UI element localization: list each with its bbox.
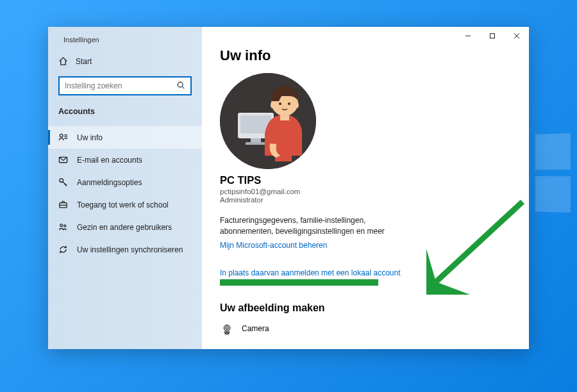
local-account-link[interactable]: In plaats daarvan aanmelden met een loka… — [220, 268, 401, 277]
user-role: Administrator — [220, 196, 511, 204]
sidebar-item-label: Aanmeldingsopties — [77, 178, 142, 187]
page-title: Uw info — [220, 47, 511, 64]
sidebar-item-work-school[interactable]: Toegang tot werk of school — [48, 193, 202, 216]
sidebar-item-label: Gezin en andere gebruikers — [77, 223, 172, 232]
sidebar-group-label: Accounts — [48, 101, 202, 122]
camera-label: Camera — [242, 324, 269, 333]
sidebar-item-label: Uw instellingen synchroniseren — [77, 245, 183, 254]
search-input[interactable] — [65, 81, 176, 90]
home-button[interactable]: Start — [48, 50, 202, 72]
settings-window: Instellingen Start Accounts Uw info E-ma… — [48, 27, 529, 349]
svg-rect-11 — [251, 138, 261, 142]
key-icon — [58, 177, 68, 187]
search-icon — [176, 81, 185, 92]
svg-point-17 — [271, 102, 274, 108]
sidebar-item-email[interactable]: E-mail en accounts — [48, 149, 202, 171]
sidebar-item-your-info[interactable]: Uw info — [48, 126, 202, 149]
svg-point-6 — [64, 225, 66, 227]
svg-point-21 — [224, 325, 230, 331]
user-info-icon — [58, 133, 68, 142]
svg-point-5 — [60, 224, 63, 227]
manage-account-link[interactable]: Mijn Microsoft-account beheren — [220, 241, 327, 250]
highlight-underline — [220, 279, 378, 286]
user-name: PC TIPS — [220, 174, 511, 186]
user-email: pctipsinfo01@gmail.com — [220, 188, 511, 195]
sidebar-item-label: Uw info — [77, 133, 103, 142]
close-button[interactable] — [505, 27, 529, 45]
sidebar-nav: Uw info E-mail en accounts Aanmeldingsop… — [48, 126, 202, 261]
svg-point-19 — [279, 102, 281, 105]
avatar — [220, 73, 316, 169]
family-icon — [58, 222, 68, 232]
picture-heading: Uw afbeelding maken — [220, 302, 511, 314]
sidebar: Instellingen Start Accounts Uw info E-ma… — [48, 27, 202, 349]
sidebar-item-sync[interactable]: Uw instellingen synchroniseren — [48, 238, 202, 261]
mail-icon — [58, 155, 68, 165]
svg-rect-14 — [275, 143, 292, 161]
home-icon — [58, 56, 68, 66]
sync-icon — [58, 245, 68, 254]
svg-point-18 — [295, 102, 299, 108]
camera-icon — [220, 322, 234, 336]
svg-point-20 — [288, 102, 290, 105]
briefcase-icon — [58, 200, 68, 209]
titlebar — [202, 27, 529, 45]
camera-row[interactable]: Camera — [220, 322, 511, 336]
svg-point-22 — [226, 327, 228, 329]
billing-description: Factureringsgegevens, familie-instelling… — [220, 215, 412, 237]
svg-point-1 — [60, 134, 63, 137]
search-input-wrap[interactable] — [58, 76, 192, 95]
sidebar-item-family[interactable]: Gezin en andere gebruikers — [48, 216, 202, 238]
sidebar-item-label: Toegang tot werk of school — [77, 200, 169, 209]
sidebar-item-label: E-mail en accounts — [77, 156, 142, 165]
svg-rect-12 — [246, 142, 266, 145]
content-area: Uw info — [202, 27, 529, 349]
window-title: Instellingen — [63, 36, 99, 44]
home-label: Start — [76, 57, 92, 66]
sidebar-item-signin-options[interactable]: Aanmeldingsopties — [48, 171, 202, 193]
maximize-button[interactable] — [480, 27, 505, 45]
minimize-button[interactable] — [456, 27, 480, 45]
svg-rect-7 — [490, 34, 495, 38]
svg-point-0 — [178, 82, 183, 87]
